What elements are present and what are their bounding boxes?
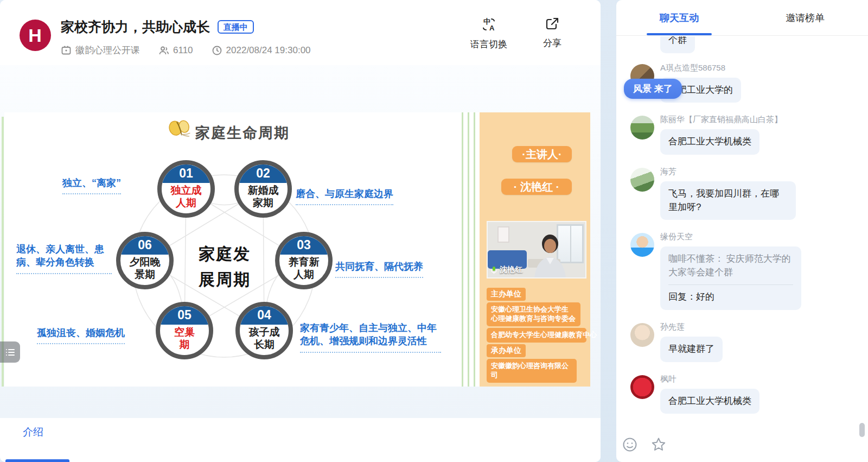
chat-tabs: 聊天互动 邀请榜单 xyxy=(616,0,868,36)
annotation-stage-02: 磨合、与原生家庭边界 xyxy=(296,187,393,205)
live-status-badge: 直播中 xyxy=(218,20,254,34)
live-room-main: H 家校齐协力，共助心成长 直播中 徽韵心理公开课 6110 2022/08/2… xyxy=(0,0,601,462)
emoji-button[interactable] xyxy=(622,436,638,453)
share-icon xyxy=(545,16,560,31)
annotation-stage-03: 共同抚育、隔代抚养 xyxy=(335,260,423,278)
stage-label: 独立成 人期 xyxy=(162,185,210,210)
stage-circle-02: 02 新婚成 家期 xyxy=(234,160,292,218)
tab-chat-interaction[interactable]: 聊天互动 xyxy=(616,0,742,35)
start-time: 2022/08/24 19:30:00 xyxy=(212,45,311,56)
avatar xyxy=(630,168,654,192)
presentation-slide: 家庭生命周期 01 独立成 人期 02 新婚成 家期 03 养育新 人期 04 … xyxy=(4,112,480,387)
room-bottom-bar: 介绍 xyxy=(0,418,601,462)
stage-circle-05: 05 空巢 期 xyxy=(156,302,213,359)
stage-number: 04 xyxy=(257,308,271,322)
chat-toolbar xyxy=(616,427,868,462)
mic-icon xyxy=(490,266,497,274)
room-header: H 家校齐协力，共助心成长 直播中 徽韵心理公开课 6110 2022/08/2… xyxy=(0,0,601,65)
avatar xyxy=(630,116,654,140)
host-tag: 承办单位 xyxy=(487,344,526,357)
avatar xyxy=(630,233,654,257)
tab-introduction[interactable]: 介绍 xyxy=(23,425,43,439)
stage-number: 01 xyxy=(179,166,193,180)
speaker-video-name: 沈艳红 xyxy=(500,265,522,275)
message-sender: 缘份天空 xyxy=(660,232,854,242)
chat-panel: 聊天互动 邀请榜单 个群 A琪点造型586758 合肥工业大学的 陈丽华【厂家直… xyxy=(616,0,868,462)
stage-label: 空巢 期 xyxy=(160,326,209,351)
speaker-name-tag: · 沈艳红 · xyxy=(501,179,572,195)
stage-number: 03 xyxy=(297,238,311,252)
tv-icon xyxy=(61,45,72,56)
stage-label: 孩子成 长期 xyxy=(240,326,289,351)
chat-message: 枫叶 合肥工业大学机械类 xyxy=(630,374,854,414)
stage-number: 06 xyxy=(138,238,152,252)
speaker-role-tag: ·主讲人· xyxy=(512,146,572,162)
chat-message: 陈丽华【厂家直销福鼎高山白茶】 合肥工业大学机械类 xyxy=(630,115,854,155)
chat-message: 海芳 飞马，我要加四川群，在哪里加呀? xyxy=(630,167,854,220)
message-sender: 枫叶 xyxy=(660,374,854,384)
list-toggle-icon xyxy=(5,348,15,357)
avatar xyxy=(630,323,654,347)
message-sender: 孙先莲 xyxy=(660,322,854,332)
smiley-icon xyxy=(622,436,638,453)
slide-right-stripes xyxy=(460,112,480,387)
butterfly-icon xyxy=(169,119,194,142)
slide-title: 家庭生命周期 xyxy=(195,123,290,143)
translate-icon: 中A xyxy=(481,16,497,33)
side-panel-toggle[interactable] xyxy=(0,341,20,363)
wall-art xyxy=(497,226,509,243)
annotation-stage-04: 家有青少年、自主与独立、中年危机、增强规则和边界灵活性 xyxy=(300,321,441,353)
favorite-button[interactable] xyxy=(650,436,667,453)
reply-text: 回复：好的 xyxy=(668,292,714,302)
message-sender: 海芳 xyxy=(660,167,854,177)
chat-scrollbar[interactable] xyxy=(859,423,865,437)
speaker-panel: ·主讲人· · 沈艳红 · 沈艳红 主办单位 安徽心理卫生 xyxy=(480,112,590,387)
message-bubble: 合肥工业大学机械类 xyxy=(660,389,760,414)
stage-label: 新婚成 家期 xyxy=(239,185,288,210)
message-bubble: 咖啡不懂茶： 安庆师范大学的大家等会建个群 回复：好的 xyxy=(660,246,801,310)
stage-number: 05 xyxy=(177,308,192,322)
user-entered-notice: 风景 来了 xyxy=(624,79,682,99)
stage-circle-04: 04 孩子成 长期 xyxy=(235,302,293,359)
cycle-center-label: 家庭发 展周期 xyxy=(188,242,261,292)
annotation-stage-05: 孤独沮丧、婚姻危机 xyxy=(37,326,125,344)
star-icon xyxy=(650,436,667,453)
chat-message: 缘份天空 咖啡不懂茶： 安庆师范大学的大家等会建个群 回复：好的 xyxy=(630,232,854,310)
annotation-stage-06: 退休、亲人离世、患病、辈分角色转换 xyxy=(16,243,112,274)
avatar xyxy=(630,375,654,399)
viewer-count: 6110 xyxy=(158,45,193,56)
message-sender: 陈丽华【厂家直销福鼎高山白茶】 xyxy=(660,115,854,125)
room-title: 家校齐协力，共助心成长 xyxy=(61,18,210,36)
message-bubble: 个群 xyxy=(660,36,695,53)
organizer-line-2: 合肥幼专大学生心理健康教育中心 xyxy=(487,328,586,343)
intro-tab-underline xyxy=(5,459,69,462)
message-bubble: 早就建群了 xyxy=(660,337,723,362)
clock-icon xyxy=(212,45,222,56)
host-line-1: 安徽徽韵心理咨询有限公司 xyxy=(487,359,577,383)
svg-text:A: A xyxy=(489,24,495,32)
channel-logo: H xyxy=(20,20,51,51)
stage-circle-06: 06 夕阳晚 景期 xyxy=(116,232,174,289)
message-bubble: 飞马，我要加四川群，在哪里加呀? xyxy=(660,181,796,220)
chat-message-partial: 个群 xyxy=(660,36,854,53)
video-player-area: 家庭生命周期 01 独立成 人期 02 新婚成 家期 03 养育新 人期 04 … xyxy=(0,65,601,418)
stage-number: 02 xyxy=(256,166,270,180)
message-sender: A琪点造型586758 xyxy=(660,63,854,73)
stage-label: 养育新 人期 xyxy=(279,256,328,281)
message-bubble: 合肥工业大学机械类 xyxy=(660,129,760,155)
viewers-icon xyxy=(158,45,169,56)
chat-message: 孙先莲 早就建群了 xyxy=(630,322,854,362)
share-button[interactable]: 分享 xyxy=(543,16,561,50)
tab-invite-ranking[interactable]: 邀请榜单 xyxy=(742,0,868,35)
annotation-stage-01: 独立、“离家” xyxy=(62,176,121,194)
speaker-video[interactable]: 沈艳红 xyxy=(487,221,586,279)
stage-circle-01: 01 独立成 人期 xyxy=(157,160,215,218)
speaker-figure xyxy=(530,231,570,277)
language-switch-button[interactable]: 中A 语言切换 xyxy=(470,16,507,50)
organizer-line-1: 安徽心理卫生协会大学生 心理健康教育与咨询专委会 xyxy=(487,302,580,326)
channel-name: 徽韵心理公开课 xyxy=(61,44,140,56)
stage-label: 夕阳晚 景期 xyxy=(120,256,169,281)
organizer-tag: 主办单位 xyxy=(487,288,526,301)
stage-circle-03: 03 养育新 人期 xyxy=(275,232,333,289)
quoted-message: 咖啡不懂茶： 安庆师范大学的大家等会建个群 xyxy=(668,252,793,285)
